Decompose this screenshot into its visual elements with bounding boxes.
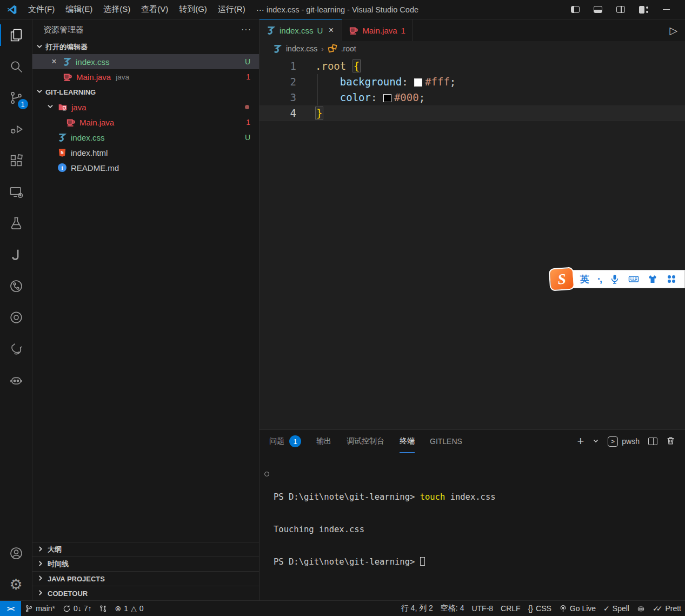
problems-badge: 1: [246, 72, 250, 81]
vscode-logo-icon: [6, 4, 17, 15]
terminal-output[interactable]: PS D:\git\note\git-learning> touch index…: [260, 453, 685, 600]
kill-terminal-icon[interactable]: [666, 436, 675, 447]
toggle-panel-icon[interactable]: [594, 6, 602, 13]
run-debug-icon: [9, 122, 24, 137]
toggle-sidebar-icon[interactable]: [571, 6, 580, 13]
tree-file-readme[interactable]: i README.md: [32, 160, 259, 175]
indentation-item[interactable]: 空格: 4: [437, 601, 468, 616]
panel-tab-bar: 问题 1 输出 调试控制台 终端 GITLENS +: [260, 430, 685, 453]
activitybar-run-debug[interactable]: [0, 114, 32, 145]
eol-item[interactable]: CRLF: [497, 601, 524, 616]
open-editor-main-java[interactable]: Main.java java 1: [32, 69, 259, 84]
css-property: background: [340, 76, 402, 88]
semicolon: ;: [450, 76, 456, 88]
skin-shirt-icon[interactable]: [647, 274, 658, 284]
prettier-item[interactable]: ✓✓ Prett: [649, 601, 685, 616]
menu-run[interactable]: 运行(R): [212, 2, 251, 17]
tab-main-java[interactable]: Main.java 1: [342, 19, 413, 41]
ime-punctuation-toggle[interactable]: ·,: [597, 274, 601, 285]
terminal-instance-pwsh[interactable]: > pwsh: [608, 436, 640, 447]
sidebar-more-actions[interactable]: ···: [241, 25, 251, 35]
spell-checker-item[interactable]: ✓ Spell: [600, 601, 633, 616]
open-editors-header[interactable]: 打开的编辑器: [32, 40, 259, 54]
activitybar-codetour[interactable]: [0, 302, 32, 333]
panel-tab-output[interactable]: 输出: [316, 430, 331, 453]
color-swatch-white[interactable]: [414, 78, 422, 87]
language-mode-item[interactable]: {} CSS: [524, 601, 555, 616]
panel-tab-problems[interactable]: 问题 1: [269, 430, 301, 453]
menu-goto[interactable]: 转到(G): [174, 2, 212, 17]
tree-folder-java[interactable]: java: [32, 100, 259, 115]
activitybar-source-control[interactable]: 1: [0, 82, 32, 114]
chevron-down-icon: [36, 43, 43, 52]
tree-file-index-html[interactable]: 5 index.html: [32, 145, 259, 160]
section-java-projects[interactable]: JAVA PROJECTS: [32, 571, 259, 586]
activitybar-search[interactable]: [0, 51, 32, 82]
git-sync-item[interactable]: 0↓ 7↑: [59, 601, 95, 616]
file-name: Main.java: [79, 118, 114, 127]
java-file-icon: [63, 72, 72, 82]
line-number: 4: [260, 105, 296, 121]
git-status-badge: U: [317, 26, 323, 35]
keyboard-icon[interactable]: [628, 274, 639, 284]
toggle-secondary-sidebar-icon[interactable]: [616, 6, 625, 13]
menu-view[interactable]: 查看(V): [136, 2, 174, 17]
activitybar-extensions[interactable]: [0, 145, 32, 176]
activitybar-account[interactable]: [0, 538, 32, 569]
chevron-down-icon: [46, 103, 54, 112]
git-compare-item[interactable]: [95, 601, 111, 616]
extensions-icon: [9, 153, 24, 168]
branch-icon: [25, 605, 33, 613]
command-decoration-icon[interactable]: [264, 472, 269, 476]
terminal-dropdown-chevron[interactable]: [593, 437, 599, 446]
breadcrumb-file[interactable]: index.css: [286, 44, 317, 53]
split-terminal-icon[interactable]: [648, 438, 657, 445]
git-compare-icon: [99, 605, 107, 613]
panel-tab-gitlens[interactable]: GITLENS: [430, 430, 462, 453]
remote-indicator[interactable]: ><: [0, 601, 21, 616]
toolbox-grid-icon[interactable]: [666, 274, 677, 284]
microphone-icon[interactable]: [609, 274, 620, 284]
section-codetour[interactable]: CODETOUR: [32, 586, 259, 600]
menu-edit[interactable]: 编辑(E): [60, 2, 98, 17]
section-timeline[interactable]: 时间线: [32, 557, 259, 571]
close-icon[interactable]: ×: [327, 25, 335, 35]
sogou-logo-icon[interactable]: S: [549, 267, 575, 291]
minimize-button[interactable]: [663, 9, 670, 10]
new-terminal-button[interactable]: +: [577, 434, 584, 448]
menu-selection[interactable]: 选择(S): [98, 2, 136, 17]
go-live-item[interactable]: Go Live: [555, 601, 600, 616]
customize-layout-icon[interactable]: [639, 6, 649, 14]
menu-file[interactable]: 文件(F): [23, 2, 60, 17]
breadcrumb-symbol[interactable]: .root: [341, 44, 356, 53]
activitybar-testing[interactable]: [0, 208, 32, 239]
cursor-position-item[interactable]: 行 4, 列 2: [397, 601, 437, 616]
activitybar-settings[interactable]: ⚙: [0, 569, 32, 600]
branch-name: main*: [36, 604, 55, 613]
run-file-button[interactable]: ▷: [669, 19, 677, 41]
ime-language-mode[interactable]: 英: [580, 273, 589, 286]
git-branch-item[interactable]: main*: [21, 601, 59, 616]
close-icon[interactable]: ×: [50, 57, 58, 67]
tree-file-main-java[interactable]: Main.java 1: [32, 115, 259, 130]
color-swatch-black[interactable]: [383, 94, 391, 102]
open-editor-index-css[interactable]: × index.css U: [32, 54, 259, 69]
activitybar-gitlens[interactable]: [0, 270, 32, 302]
problems-status-item[interactable]: ⊗ 1 △ 0: [111, 601, 147, 616]
tab-index-css[interactable]: index.css U ×: [260, 19, 342, 41]
tree-file-index-css[interactable]: index.css U: [32, 130, 259, 145]
panel-tab-debug-console[interactable]: 调试控制台: [347, 430, 384, 453]
activitybar-pour-extension[interactable]: [0, 333, 32, 365]
activitybar-explorer[interactable]: [0, 19, 32, 51]
panel-tab-terminal[interactable]: 终端: [400, 430, 415, 453]
language-label: CSS: [536, 604, 551, 613]
code-editor[interactable]: 1.root { 2 background: #fff; 3 color: #0…: [260, 56, 685, 429]
workspace-root-header[interactable]: GIT-LEARNING: [32, 84, 259, 100]
activitybar-remote-explorer[interactable]: [0, 176, 32, 208]
encoding-item[interactable]: UTF-8: [468, 601, 497, 616]
activitybar-robot-extension[interactable]: [0, 365, 32, 396]
activitybar-j-extension[interactable]: [0, 239, 32, 270]
title-bar: 文件(F) 编辑(E) 选择(S) 查看(V) 转到(G) 运行(R) ··· …: [0, 0, 685, 19]
section-outline[interactable]: 大纲: [32, 542, 259, 557]
robot-status-item[interactable]: [633, 601, 649, 616]
